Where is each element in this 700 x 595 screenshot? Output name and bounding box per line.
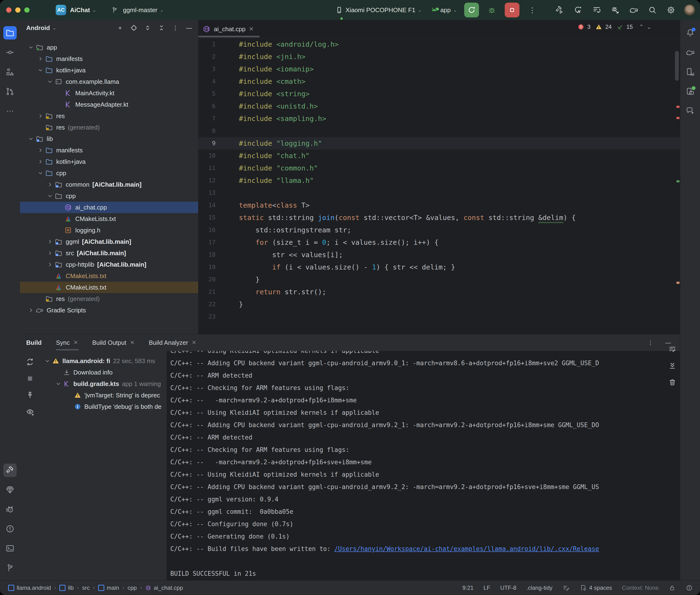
profiler-button[interactable] xyxy=(591,4,603,16)
code-style-config[interactable]: .clang-tidy xyxy=(526,585,552,591)
build-tool-button[interactable] xyxy=(3,463,17,477)
formatter-icon[interactable] xyxy=(563,584,570,591)
close-tab-icon[interactable]: ✕ xyxy=(130,340,134,346)
expand-all-button[interactable] xyxy=(143,23,152,33)
project-tree-item-cpp[interactable]: cpp xyxy=(20,190,198,202)
project-tree-item-app[interactable]: app xyxy=(20,42,198,53)
logcat-tool-button[interactable] xyxy=(3,503,17,516)
scroll-to-end-button[interactable] xyxy=(667,360,678,371)
version-control-tool-button[interactable] xyxy=(3,561,17,574)
close-tab-icon[interactable]: ✕ xyxy=(192,340,196,346)
build-panel-title[interactable]: Build xyxy=(26,339,42,346)
stop-sync-button[interactable] xyxy=(24,373,36,384)
device-selector[interactable]: Xiaomi POCOPHONE F1 ⌄ xyxy=(334,5,422,15)
pin-tab-button[interactable] xyxy=(24,390,36,401)
vcs-branch-widget[interactable]: ggml-master ⌄ xyxy=(110,5,164,15)
project-tree-item-res[interactable]: res(generated) xyxy=(20,122,198,133)
project-tree-item-cmakelists-txt[interactable]: CMakeLists.txt xyxy=(20,282,198,293)
indent-config[interactable]: 4 spaces xyxy=(580,584,612,591)
project-tool-button[interactable] xyxy=(3,26,17,39)
breadcrumb-cpp[interactable]: cpp xyxy=(128,585,137,591)
inspection-status-icon[interactable] xyxy=(686,584,693,591)
soft-wrap-button[interactable] xyxy=(667,343,678,355)
chevron-down-icon[interactable] xyxy=(46,79,54,85)
hide-panel-button[interactable]: — xyxy=(184,23,194,33)
error-stripe-mark[interactable] xyxy=(676,106,679,108)
close-tab-icon[interactable]: ✕ xyxy=(74,340,78,346)
breadcrumb-lib[interactable]: lib xyxy=(59,585,74,591)
chevron-down-icon[interactable] xyxy=(43,358,52,364)
breadcrumb-main[interactable]: main xyxy=(98,585,119,591)
more-tool-windows-button[interactable]: ⋯ xyxy=(3,104,17,118)
project-tree-item-common[interactable]: common[AiChat.lib.main] xyxy=(20,179,198,190)
build-tab-build-analyzer[interactable]: Build Analyzer✕ xyxy=(149,334,196,351)
project-tree-item-cmakelists-txt[interactable]: CMakeLists.txt xyxy=(20,213,198,225)
app-quality-insights-tool-button[interactable] xyxy=(3,483,17,497)
project-widget[interactable]: AC AiChat ⌄ xyxy=(30,5,96,15)
terminal-tool-button[interactable] xyxy=(3,542,17,555)
next-problem-icon[interactable]: ⌄ xyxy=(647,24,651,30)
breadcrumb-llama-android[interactable]: llama.android xyxy=(8,585,51,591)
chevron-right-icon[interactable] xyxy=(46,238,54,245)
project-tree-item-cpp[interactable]: cpp xyxy=(20,167,198,179)
project-tree-item-ggml[interactable]: ggml[AiChat.lib.main] xyxy=(20,236,198,247)
chevron-right-icon[interactable] xyxy=(46,261,54,267)
previous-problem-icon[interactable]: ⌃ xyxy=(639,24,644,30)
build-tree-item[interactable]: BuildType 'debug' is both de xyxy=(40,401,167,413)
chevron-right-icon[interactable] xyxy=(46,250,54,256)
notifications-button[interactable] xyxy=(683,26,697,39)
line-separator[interactable]: LF xyxy=(483,585,490,591)
resource-context[interactable]: Context: None xyxy=(622,585,659,591)
options-menu-button[interactable]: ⋮ xyxy=(171,23,180,33)
chevron-down-icon[interactable] xyxy=(27,44,35,51)
editor-scrollbar[interactable] xyxy=(675,51,679,81)
chevron-right-icon[interactable] xyxy=(36,147,45,153)
chevron-down-icon[interactable] xyxy=(46,193,54,199)
chevron-right-icon[interactable] xyxy=(36,113,45,119)
build-project-button[interactable] xyxy=(554,4,565,16)
project-tree-item-lib[interactable]: lib xyxy=(20,133,198,144)
project-tree-item-kotlin-java[interactable]: kotlin+java xyxy=(20,64,198,76)
build-tab-build-output[interactable]: Build Output✕ xyxy=(92,334,135,351)
build-tree-item[interactable]: Download info xyxy=(40,367,167,378)
build-output-path-link[interactable]: /Users/hanyin/Workspace/ai-chat/examples… xyxy=(334,545,599,552)
project-tree-item-src[interactable]: src[AiChat.lib.main] xyxy=(20,247,198,259)
inspections-widget[interactable]: 3 24 15 ⌃ ⌄ xyxy=(577,23,651,30)
close-window-button[interactable] xyxy=(6,7,11,12)
project-tree-item-res[interactable]: res xyxy=(20,110,198,122)
project-tree-item-mainactivity-kt[interactable]: MainActivity.kt xyxy=(20,87,198,99)
project-tree-item-com-example-llama[interactable]: com.example.llama xyxy=(20,76,198,87)
view-options-button[interactable] xyxy=(24,406,36,418)
chevron-down-icon[interactable] xyxy=(36,67,45,73)
editor-tab[interactable]: ai_chat.cpp ✕ xyxy=(202,20,254,38)
rerun-sync-button[interactable] xyxy=(24,356,36,368)
build-tree-item[interactable]: 'jvmTarget: String' is deprec xyxy=(40,390,167,401)
file-encoding[interactable]: UTF-8 xyxy=(500,585,516,591)
project-tree-item-logging-h[interactable]: logging.h xyxy=(20,225,198,236)
commit-tool-button[interactable] xyxy=(3,46,17,59)
code-editor[interactable]: 1#include <android/log.h>2#include <jni.… xyxy=(198,38,680,323)
stop-button[interactable] xyxy=(505,3,520,18)
chevron-down-icon[interactable] xyxy=(27,136,35,142)
problems-tool-button[interactable] xyxy=(3,522,17,536)
project-tree-item-gradle-scripts[interactable]: Gradle Scripts xyxy=(20,305,198,316)
project-tree-item-ai-chat-cpp[interactable]: ai_chat.cpp xyxy=(20,202,198,213)
debug-button[interactable] xyxy=(486,4,498,16)
gradle-tool-button[interactable] xyxy=(683,46,697,59)
add-button[interactable]: + xyxy=(115,23,125,33)
running-devices-tool-button[interactable] xyxy=(683,85,697,98)
settings-button[interactable] xyxy=(665,4,677,16)
project-tree-item-messageadapter-kt[interactable]: MessageAdapter.kt xyxy=(20,99,198,110)
project-tree-item-kotlin-java[interactable]: kotlin+java xyxy=(20,156,198,167)
attach-debugger-button[interactable] xyxy=(610,4,621,16)
project-tree-item-cpp-httplib[interactable]: cpp-httplib[AiChat.lib.main] xyxy=(20,259,198,270)
select-opened-file-button[interactable] xyxy=(129,23,139,33)
file-lock-indicator[interactable] xyxy=(669,584,676,591)
gemini-tool-button[interactable] xyxy=(683,104,697,118)
close-tab-icon[interactable]: ✕ xyxy=(249,26,254,32)
minimize-window-button[interactable] xyxy=(15,7,21,12)
chevron-right-icon[interactable] xyxy=(36,159,45,165)
clear-all-button[interactable] xyxy=(667,377,678,388)
stripe-mark-warning[interactable] xyxy=(676,282,679,284)
more-actions-kebab-icon[interactable]: ⋮ xyxy=(527,4,538,16)
